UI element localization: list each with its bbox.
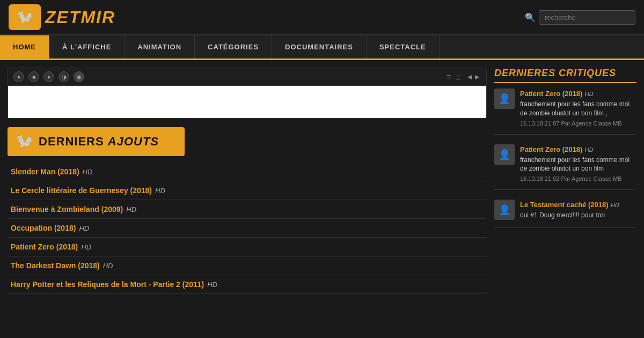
avatar: 👤 (494, 144, 515, 165)
movie-title-link[interactable]: Slender Man (2018) (11, 167, 79, 176)
movie-title-link[interactable]: Occupation (2018) (11, 224, 76, 232)
hd-badge: HD (103, 262, 113, 270)
critique-item: 👤 Patient Zero (2018) HD franchement pou… (494, 144, 636, 190)
critique-text: franchement pour les fans comme moi de z… (520, 100, 636, 118)
derniers-ajouts-header: 🐿 DERNIERS AJOUTS (8, 127, 185, 156)
critique-movie-title[interactable]: Le Testament caché (2018) HD (520, 200, 636, 209)
sidebar-title: DERNIERES CRITIQUES (494, 68, 636, 83)
movie-title-link[interactable]: Le Cercle littéraire de Guernesey (2018) (11, 186, 152, 195)
critique-movie-title[interactable]: Patient Zero (2018) HD (520, 89, 636, 98)
nav-animation[interactable]: ANIMATION (125, 35, 195, 58)
derniers-ajouts-title: DERNIERS AJOUTS (39, 135, 159, 149)
avatar: 👤 (494, 200, 515, 220)
logo-area: 🐿 ZETMIR (9, 4, 115, 30)
site-name: ZETMIR (45, 8, 115, 27)
player-controls: ● ■ ● ◑ ◉ ≡ ≣ ◄► (8, 68, 486, 86)
movie-item[interactable]: The Darkest Dawn (2018) HD (8, 256, 487, 275)
critique-text: franchement pour les fans comme moi de z… (520, 156, 636, 174)
critique-item: 👤 Patient Zero (2018) HD franchement pou… (494, 89, 636, 135)
header: 🐿 ZETMIR 🔍 (0, 0, 644, 35)
search-icon: 🔍 (525, 12, 536, 23)
avatar: 👤 (494, 89, 515, 109)
movie-title-link[interactable]: The Darkest Dawn (2018) (11, 261, 100, 270)
nav-categories[interactable]: CATÉGORIES (195, 35, 272, 58)
movie-item[interactable]: Slender Man (2018) HD (8, 163, 487, 181)
movie-item[interactable]: Harry Potter et les Reliques de la Mort … (8, 275, 487, 294)
hd-badge: HD (126, 205, 136, 214)
view-grid-icon[interactable]: ≣ (455, 72, 462, 81)
movie-title-link[interactable]: Patient Zero (2018) (11, 243, 78, 251)
movie-item[interactable]: Le Cercle littéraire de Guernesey (2018)… (8, 181, 487, 200)
critique-meta: 16.10.18 21:07 Par Agence Classe MB (520, 120, 636, 127)
nav-affiche[interactable]: À L'AFFICHE (49, 35, 125, 58)
movie-item[interactable]: Patient Zero (2018) HD (8, 238, 487, 256)
fullscreen-icon[interactable]: ◄► (466, 72, 481, 81)
nav-home[interactable]: HOME (0, 35, 49, 58)
hd-badge: HD (81, 243, 91, 251)
settings-button[interactable]: ◉ (74, 71, 84, 82)
player-controls-right: ≡ ≣ ◄► (447, 72, 481, 81)
critique-meta: 16.10.18 21:02 Par Agence Classe MB (520, 175, 636, 182)
pause-button[interactable]: ● (43, 71, 54, 82)
hd-badge: HD (155, 187, 165, 195)
player-screen (8, 86, 486, 118)
hd-badge: HD (79, 224, 89, 232)
logo-mascot-icon: 🐿 (9, 4, 41, 30)
hd-badge: HD (83, 168, 93, 176)
movie-title-link[interactable]: Bienvenue à Zombieland (2009) (11, 205, 123, 214)
critique-content: Patient Zero (2018) HD franchement pour … (520, 144, 636, 182)
view-list-icon[interactable]: ≡ (447, 72, 451, 81)
video-player: ● ■ ● ◑ ◉ ≡ ≣ ◄► (8, 68, 487, 119)
movie-list: Slender Man (2018) HD Le Cercle littérai… (8, 163, 487, 294)
main-column: ● ■ ● ◑ ◉ ≡ ≣ ◄► 🐿 DERNIERS AJOUTS (8, 68, 487, 294)
search-area: 🔍 (525, 10, 635, 25)
main-nav: HOME À L'AFFICHE ANIMATION CATÉGORIES DO… (0, 35, 644, 60)
derniers-ajouts-mascot-icon: 🐿 (16, 133, 32, 151)
nav-documentaires[interactable]: DOCUMENTAIRES (272, 35, 367, 58)
hd-badge: HD (207, 281, 217, 289)
movie-item[interactable]: Occupation (2018) HD (8, 219, 487, 238)
nav-spectacle[interactable]: SPECTACLE (367, 35, 440, 58)
search-input[interactable] (539, 10, 635, 25)
movie-item[interactable]: Bienvenue à Zombieland (2009) HD (8, 200, 487, 219)
critique-content: Patient Zero (2018) HD franchement pour … (520, 89, 636, 127)
stop-button[interactable]: ■ (28, 71, 39, 82)
player-controls-left: ● ■ ● ◑ ◉ (13, 71, 84, 82)
volume-button[interactable]: ◑ (58, 71, 69, 82)
critique-movie-title[interactable]: Patient Zero (2018) HD (520, 144, 636, 154)
critique-item: 👤 Le Testament caché (2018) HD oui #1 Do… (494, 200, 636, 228)
movie-title-link[interactable]: Harry Potter et les Reliques de la Mort … (11, 280, 204, 289)
content-area: ● ■ ● ◑ ◉ ≡ ≣ ◄► 🐿 DERNIERS AJOUTS (0, 60, 644, 302)
sidebar: DERNIERES CRITIQUES 👤 Patient Zero (2018… (494, 68, 636, 294)
critique-text: oui #1 Doug merci!!!! pour ton (520, 211, 636, 220)
play-button[interactable]: ● (13, 71, 24, 82)
critique-content: Le Testament caché (2018) HD oui #1 Doug… (520, 200, 636, 220)
